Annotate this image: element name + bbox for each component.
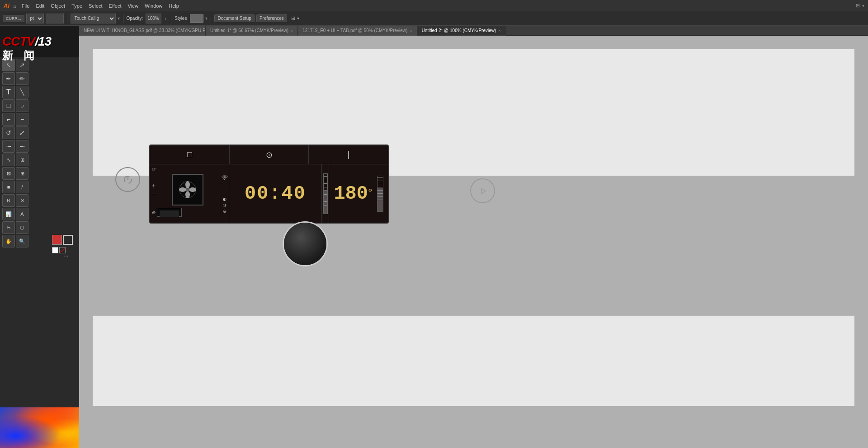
opacity-input[interactable] bbox=[146, 14, 161, 23]
power-button[interactable] bbox=[115, 167, 140, 192]
blob-tool[interactable]: ⌐ bbox=[16, 113, 28, 126]
cctv-news-text: 新 闻 bbox=[2, 48, 38, 63]
line-tool[interactable]: ╲ bbox=[16, 86, 28, 98]
stroke-swatch[interactable] bbox=[63, 235, 73, 245]
menu-effect[interactable]: Effect bbox=[106, 2, 124, 9]
eraser-tool[interactable]: ⬡ bbox=[16, 221, 28, 234]
menu-edit[interactable]: Edit bbox=[33, 2, 47, 9]
mesh-tool[interactable]: ⊞ bbox=[16, 167, 28, 180]
text-tool[interactable]: T bbox=[2, 86, 15, 98]
tool-row-9: ⊠ ⊞ bbox=[2, 167, 77, 180]
tool-row-3: T ╲ bbox=[2, 86, 77, 98]
more-tools-icon[interactable]: ··· bbox=[63, 252, 69, 259]
app-tab-square[interactable]: □ bbox=[150, 145, 230, 164]
app-left-panel: ☞ + − bbox=[150, 164, 220, 223]
column-graph-tool[interactable]: 📊 bbox=[2, 208, 15, 220]
tab-0[interactable]: NEW UI WITH KNOB_GLASS.pdf @ 33.33% (CMY… bbox=[79, 26, 206, 36]
size-select[interactable]: pt bbox=[26, 14, 44, 23]
perspective-grid-tool[interactable]: ⊠ bbox=[2, 167, 15, 180]
reflect-tool[interactable]: ⤢ bbox=[16, 126, 28, 139]
white-swatch[interactable] bbox=[52, 247, 58, 253]
separator1 bbox=[67, 14, 67, 23]
menu-select[interactable]: Select bbox=[86, 2, 105, 9]
settings-icon[interactable]: ⊛ bbox=[152, 210, 156, 215]
separator3 bbox=[171, 14, 171, 23]
slice-tool[interactable]: ✂ bbox=[2, 221, 15, 234]
app-tab-temp[interactable]: | bbox=[309, 145, 388, 164]
tool-row-13: ✂ ⬡ bbox=[2, 221, 77, 234]
tab-1-label: Untitled-1* @ 66.67% (CMYK/Preview) bbox=[210, 28, 288, 33]
color-area bbox=[52, 235, 73, 253]
fill-swatch[interactable] bbox=[52, 235, 62, 245]
tab-3[interactable]: Untitled-2* @ 100% (CMYK/Preview) × bbox=[417, 26, 506, 36]
app-timer-panel: 00:40 bbox=[229, 164, 322, 223]
cctv-number: 13 bbox=[38, 34, 51, 48]
play-button[interactable] bbox=[470, 178, 495, 203]
symbol-tool[interactable]: ※ bbox=[16, 194, 28, 207]
tool-row-2: ✒ ✏ bbox=[2, 72, 77, 85]
notch-2 bbox=[324, 180, 327, 180]
brush-select[interactable]: Touch Callig bbox=[71, 14, 116, 23]
eyedropper-tool[interactable]: / bbox=[16, 181, 28, 193]
none-white-row bbox=[52, 247, 73, 253]
menu-view[interactable]: View bbox=[125, 2, 142, 9]
knob-control[interactable] bbox=[283, 221, 328, 266]
warp-tool[interactable]: ⊷ bbox=[16, 140, 28, 153]
tab-2[interactable]: 121719_E0 + UI + TAD.pdf @ 50% (CMYK/Pre… bbox=[298, 26, 417, 36]
minus-icon[interactable]: − bbox=[152, 190, 156, 197]
pen-tool[interactable]: ✒ bbox=[2, 72, 15, 85]
blend-tool[interactable]: B bbox=[2, 194, 15, 207]
styles-label: Styles bbox=[175, 16, 187, 21]
pencil-tool[interactable]: ✏ bbox=[16, 72, 28, 85]
svg-point-4 bbox=[185, 191, 190, 198]
tab-2-close[interactable]: × bbox=[410, 28, 412, 33]
app-tab-clock[interactable]: ⊙ bbox=[230, 145, 309, 164]
styles-arrow[interactable]: ▾ bbox=[205, 16, 208, 21]
width-tool[interactable]: ⊶ bbox=[2, 140, 15, 153]
tool-row-4: □ ○ bbox=[2, 99, 77, 112]
artboard-tool[interactable]: A bbox=[16, 208, 28, 220]
preferences-btn[interactable]: Preferences bbox=[256, 14, 287, 22]
notch-1 bbox=[324, 176, 327, 177]
menu-object[interactable]: Object bbox=[48, 2, 68, 9]
plus-icon[interactable]: + bbox=[152, 182, 156, 189]
rectangle-tool[interactable]: □ bbox=[2, 99, 15, 112]
opacity-arrow[interactable]: › bbox=[165, 15, 166, 22]
tab-1[interactable]: Untitled-1* @ 66.67% (CMYK/Preview) × bbox=[206, 26, 298, 36]
properties-arrow[interactable]: ▾ bbox=[297, 16, 299, 21]
free-transform-tool[interactable]: ⤡ bbox=[2, 154, 15, 166]
temp-notch-4 bbox=[377, 187, 383, 187]
tab-1-close[interactable]: × bbox=[291, 28, 293, 33]
news-zh-text: 新 闻 bbox=[2, 49, 38, 61]
rotate-tool[interactable]: ↺ bbox=[2, 126, 15, 139]
tool-row-8: ⤡ ⊞ bbox=[2, 154, 77, 166]
ellipse-tool[interactable]: ○ bbox=[16, 99, 28, 112]
menu-window[interactable]: Window bbox=[142, 2, 165, 9]
menu-help[interactable]: Help bbox=[166, 2, 182, 9]
ai-logo: Ai bbox=[4, 2, 9, 9]
brush-arrow[interactable]: ▾ bbox=[118, 16, 120, 21]
home-icon[interactable]: ⌂ bbox=[13, 3, 16, 9]
menu-type[interactable]: Type bbox=[69, 2, 85, 9]
tab-3-label: Untitled-2* @ 100% (CMYK/Preview) bbox=[422, 28, 496, 33]
menu-bar: Ai ⌂ File Edit Object Type Select Effect… bbox=[0, 0, 868, 11]
size-input[interactable] bbox=[46, 14, 64, 23]
transform-btn[interactable]: CURR... bbox=[3, 15, 24, 22]
properties-icon[interactable]: ⊞ bbox=[291, 15, 295, 21]
svg-marker-9 bbox=[481, 188, 486, 194]
menu-bar-items: File Edit Object Type Select Effect View… bbox=[19, 2, 182, 9]
hand-tool[interactable]: ✋ bbox=[2, 235, 15, 247]
gradient-tool[interactable]: ■ bbox=[2, 181, 15, 193]
appliance-ui-design: □ ⊙ | ☞ + − bbox=[149, 145, 389, 224]
menu-file[interactable]: File bbox=[19, 2, 33, 9]
styles-swatch[interactable] bbox=[190, 14, 203, 23]
shape-builder-tool[interactable]: ⊞ bbox=[16, 154, 28, 166]
notch-4 bbox=[324, 187, 327, 187]
svg-point-6 bbox=[186, 188, 189, 191]
zoom-tool[interactable]: 🔍 bbox=[16, 235, 28, 247]
workspace-dropdown[interactable]: ▾ bbox=[862, 3, 864, 8]
temp-notch-3 bbox=[377, 184, 383, 184]
tab-3-close[interactable]: × bbox=[498, 28, 500, 33]
paintbrush-tool[interactable]: ⌐ bbox=[2, 113, 15, 126]
document-setup-btn[interactable]: Document Setup bbox=[214, 14, 255, 22]
